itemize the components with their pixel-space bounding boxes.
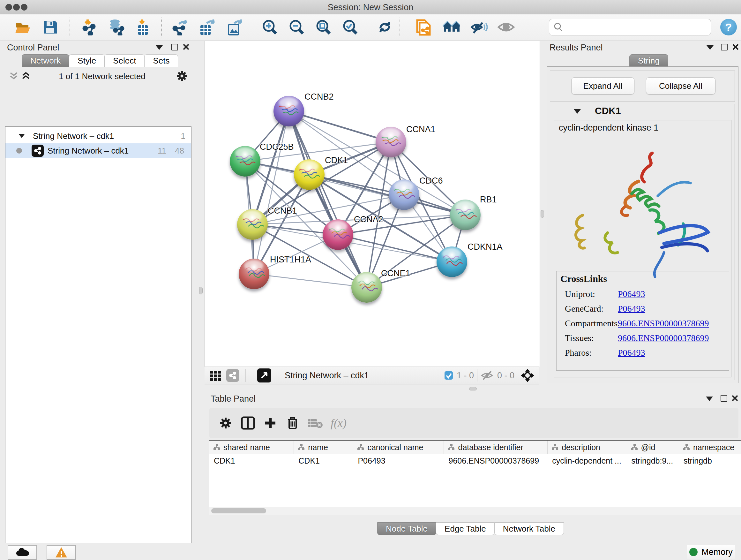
column-header-id[interactable]: @id [627,441,679,454]
expand-all-networks-icon[interactable] [21,71,30,80]
apply-layout-button[interactable] [376,18,394,36]
tab-network-table[interactable]: Network Table [494,522,564,535]
show-column-icon[interactable] [237,414,259,433]
warnings-button[interactable] [47,545,76,560]
network-node-ccnb2[interactable] [273,96,304,126]
cloud-button[interactable] [8,545,37,560]
hscrollbar-thumb[interactable] [211,508,266,513]
open-view-new-window-icon[interactable] [257,368,271,382]
zoom-fit-button[interactable] [315,18,333,36]
memory-button[interactable]: Memory [687,545,735,559]
network-row-selected[interactable]: String Network – cdk1 11 48 [5,143,191,158]
grid-view-icon[interactable] [210,369,222,381]
expand-all-button[interactable]: Expand All [571,77,634,95]
network-node-cdkn1a[interactable] [436,246,467,277]
tab-style[interactable]: Style [69,54,105,67]
network-canvas[interactable]: CCNB2CCNA1CDC25BCDK1CDC6RB1CCNB1CCNA2CDK… [205,41,540,367]
tab-sets[interactable]: Sets [144,54,178,67]
table-cell[interactable]: CDK1 [209,454,294,467]
tab-select[interactable]: Select [105,54,145,67]
share-document-button[interactable] [415,18,433,36]
table-panel-close-icon[interactable] [731,395,738,401]
search-icon [553,22,564,33]
tab-network[interactable]: Network [22,54,69,67]
import-network-database-button[interactable] [107,18,125,36]
crosslink-link[interactable]: P06493 [618,348,645,358]
network-node-ccna2[interactable] [323,219,353,250]
share-view-icon[interactable] [226,369,239,382]
column-header-canonical-name[interactable]: canonical name [353,441,444,454]
import-table-button[interactable] [134,18,152,36]
network-node-ccna1[interactable] [376,127,406,158]
add-column-icon[interactable] [259,414,281,433]
tab-edge-table[interactable]: Edge Table [436,522,495,535]
column-header-description[interactable]: description [548,441,627,454]
network-node-ccne1[interactable] [351,272,382,303]
collapse-all-button[interactable]: Collapse All [646,77,716,95]
table-cell[interactable]: CDK1 [294,454,353,467]
selected-counts: 1 - 0 [457,371,474,381]
enable-glass-eye-icon[interactable] [470,18,488,36]
network-options-gear-icon[interactable] [176,70,188,82]
tab-node-table[interactable]: Node Table [377,522,436,535]
control-panel-menu-icon[interactable] [156,45,163,50]
table-row[interactable]: CDK1CDK1P064939606.ENSP00000378699cyclin… [209,454,741,467]
table-cell[interactable]: cyclin-dependent ... [548,454,627,467]
birdseye-navigator-icon[interactable] [520,368,535,383]
results-panel-float-icon[interactable] [721,44,728,51]
disabled-eye-icon[interactable] [497,18,515,36]
table-settings-gear-icon[interactable] [214,414,237,433]
search-input[interactable] [566,22,711,33]
export-table-button[interactable] [198,18,216,36]
zoom-in-button[interactable] [261,18,279,36]
network-node-cdc6[interactable] [389,179,419,210]
network-collection-row[interactable]: String Network – cdk1 1 [5,129,191,143]
zoom-selected-button[interactable] [341,18,359,36]
table-cell[interactable]: stringdb:9... [627,454,679,467]
node-gloss [455,201,475,212]
right-splitter-handle[interactable] [541,210,544,218]
collection-expander-icon[interactable] [19,134,25,138]
import-network-file-button[interactable] [80,18,98,36]
table-cell[interactable]: stringdb [679,454,741,467]
hidden-eye-icon[interactable] [481,370,494,381]
network-node-cdc25b[interactable] [230,146,260,177]
bottom-splitter-handle[interactable] [469,387,477,390]
column-header-name[interactable]: name [294,441,353,454]
save-session-button[interactable] [42,18,59,36]
node-label-cdk1: CDK1 [325,155,348,165]
function-builder-button[interactable]: f(x) [331,416,347,430]
network-node-hist1h1a[interactable] [239,259,269,289]
collapse-all-networks-icon[interactable] [9,71,18,80]
column-header-namespace[interactable]: namespace [679,441,741,454]
zoom-out-button[interactable] [288,18,306,36]
column-header-database-identifier[interactable]: database identifier [444,441,548,454]
string-home-icon[interactable] [442,18,460,36]
results-panel-menu-icon[interactable] [706,45,714,50]
tab-string[interactable]: String [629,54,668,67]
network-node-ccnb1[interactable] [237,209,268,240]
control-panel-float-icon[interactable] [172,44,178,51]
delete-column-icon[interactable] [281,414,304,433]
results-panel-close-icon[interactable] [732,44,739,51]
selected-checkbox-icon[interactable] [444,371,454,380]
table-cell[interactable]: 9606.ENSP00000378699 [444,454,548,467]
crosslink-link[interactable]: 9606.ENSP00000378699 [618,318,709,328]
delete-table-icon[interactable] [304,414,326,433]
network-node-cdk1[interactable] [294,159,325,190]
table-panel-menu-icon[interactable] [706,396,713,401]
left-splitter-handle[interactable] [199,287,203,294]
table-panel-float-icon[interactable] [721,395,727,401]
export-image-button[interactable] [225,18,243,36]
crosslink-link[interactable]: P06493 [618,304,645,314]
help-button[interactable]: ? [720,19,737,36]
crosslink-link[interactable]: P06493 [618,289,645,299]
entry-expander-icon[interactable] [574,109,581,114]
table-cell[interactable]: P06493 [353,454,444,467]
network-node-rb1[interactable] [450,199,481,230]
open-session-button[interactable] [14,18,32,36]
crosslink-link[interactable]: 9606.ENSP00000378699 [618,333,709,343]
export-network-button[interactable] [171,18,189,36]
control-panel-close-icon[interactable] [183,44,190,51]
column-header-shared-name[interactable]: shared name [209,441,294,454]
